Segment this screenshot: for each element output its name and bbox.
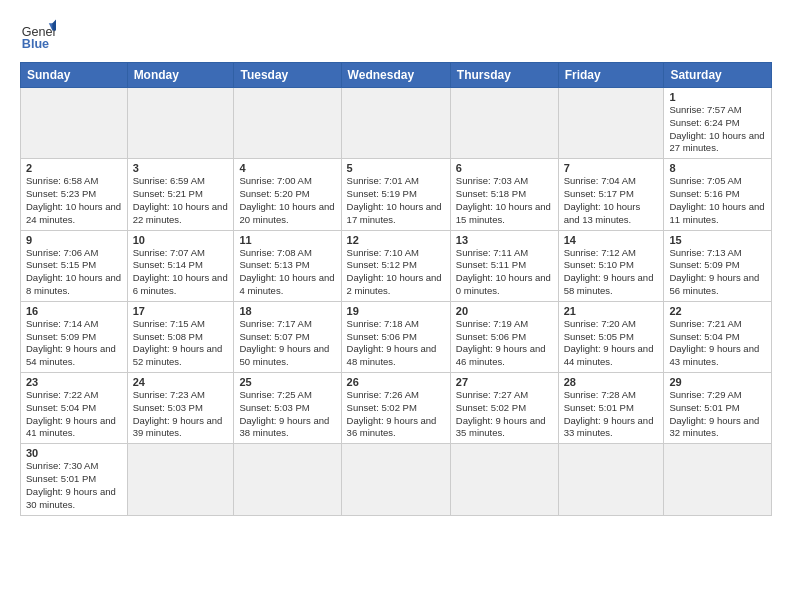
calendar-header-thursday: Thursday bbox=[450, 63, 558, 88]
calendar-cell: 25Sunrise: 7:25 AM Sunset: 5:03 PM Dayli… bbox=[234, 373, 341, 444]
day-number: 11 bbox=[239, 234, 335, 246]
day-info: Sunrise: 7:29 AM Sunset: 5:01 PM Dayligh… bbox=[669, 389, 766, 440]
day-info: Sunrise: 7:03 AM Sunset: 5:18 PM Dayligh… bbox=[456, 175, 553, 226]
calendar-cell: 9Sunrise: 7:06 AM Sunset: 5:15 PM Daylig… bbox=[21, 230, 128, 301]
day-number: 30 bbox=[26, 447, 122, 459]
header: General Blue bbox=[20, 16, 772, 52]
calendar-header-tuesday: Tuesday bbox=[234, 63, 341, 88]
calendar-header-wednesday: Wednesday bbox=[341, 63, 450, 88]
calendar-cell: 10Sunrise: 7:07 AM Sunset: 5:14 PM Dayli… bbox=[127, 230, 234, 301]
calendar-cell: 6Sunrise: 7:03 AM Sunset: 5:18 PM Daylig… bbox=[450, 159, 558, 230]
calendar-cell bbox=[558, 444, 664, 515]
calendar-cell bbox=[558, 88, 664, 159]
calendar-cell: 3Sunrise: 6:59 AM Sunset: 5:21 PM Daylig… bbox=[127, 159, 234, 230]
calendar-cell: 2Sunrise: 6:58 AM Sunset: 5:23 PM Daylig… bbox=[21, 159, 128, 230]
day-number: 22 bbox=[669, 305, 766, 317]
day-number: 19 bbox=[347, 305, 445, 317]
day-info: Sunrise: 7:06 AM Sunset: 5:15 PM Dayligh… bbox=[26, 247, 122, 298]
day-info: Sunrise: 7:04 AM Sunset: 5:17 PM Dayligh… bbox=[564, 175, 659, 226]
day-info: Sunrise: 7:11 AM Sunset: 5:11 PM Dayligh… bbox=[456, 247, 553, 298]
calendar-header-row: SundayMondayTuesdayWednesdayThursdayFrid… bbox=[21, 63, 772, 88]
calendar-cell: 16Sunrise: 7:14 AM Sunset: 5:09 PM Dayli… bbox=[21, 301, 128, 372]
day-number: 5 bbox=[347, 162, 445, 174]
calendar-week-2: 9Sunrise: 7:06 AM Sunset: 5:15 PM Daylig… bbox=[21, 230, 772, 301]
calendar-cell bbox=[234, 444, 341, 515]
calendar-week-0: 1Sunrise: 7:57 AM Sunset: 6:24 PM Daylig… bbox=[21, 88, 772, 159]
calendar-cell: 30Sunrise: 7:30 AM Sunset: 5:01 PM Dayli… bbox=[21, 444, 128, 515]
calendar-cell: 20Sunrise: 7:19 AM Sunset: 5:06 PM Dayli… bbox=[450, 301, 558, 372]
calendar-cell: 15Sunrise: 7:13 AM Sunset: 5:09 PM Dayli… bbox=[664, 230, 772, 301]
day-number: 9 bbox=[26, 234, 122, 246]
day-number: 13 bbox=[456, 234, 553, 246]
day-info: Sunrise: 7:23 AM Sunset: 5:03 PM Dayligh… bbox=[133, 389, 229, 440]
day-number: 15 bbox=[669, 234, 766, 246]
calendar-cell: 26Sunrise: 7:26 AM Sunset: 5:02 PM Dayli… bbox=[341, 373, 450, 444]
day-info: Sunrise: 7:26 AM Sunset: 5:02 PM Dayligh… bbox=[347, 389, 445, 440]
day-number: 1 bbox=[669, 91, 766, 103]
calendar-cell: 22Sunrise: 7:21 AM Sunset: 5:04 PM Dayli… bbox=[664, 301, 772, 372]
calendar-cell: 17Sunrise: 7:15 AM Sunset: 5:08 PM Dayli… bbox=[127, 301, 234, 372]
calendar-header-friday: Friday bbox=[558, 63, 664, 88]
day-number: 14 bbox=[564, 234, 659, 246]
day-number: 23 bbox=[26, 376, 122, 388]
day-info: Sunrise: 7:13 AM Sunset: 5:09 PM Dayligh… bbox=[669, 247, 766, 298]
day-number: 24 bbox=[133, 376, 229, 388]
calendar-cell bbox=[234, 88, 341, 159]
calendar-cell: 4Sunrise: 7:00 AM Sunset: 5:20 PM Daylig… bbox=[234, 159, 341, 230]
calendar-cell: 7Sunrise: 7:04 AM Sunset: 5:17 PM Daylig… bbox=[558, 159, 664, 230]
day-info: Sunrise: 7:00 AM Sunset: 5:20 PM Dayligh… bbox=[239, 175, 335, 226]
day-info: Sunrise: 7:15 AM Sunset: 5:08 PM Dayligh… bbox=[133, 318, 229, 369]
calendar-cell: 12Sunrise: 7:10 AM Sunset: 5:12 PM Dayli… bbox=[341, 230, 450, 301]
day-info: Sunrise: 7:28 AM Sunset: 5:01 PM Dayligh… bbox=[564, 389, 659, 440]
calendar-cell: 14Sunrise: 7:12 AM Sunset: 5:10 PM Dayli… bbox=[558, 230, 664, 301]
day-number: 18 bbox=[239, 305, 335, 317]
day-number: 12 bbox=[347, 234, 445, 246]
day-info: Sunrise: 6:58 AM Sunset: 5:23 PM Dayligh… bbox=[26, 175, 122, 226]
day-info: Sunrise: 7:27 AM Sunset: 5:02 PM Dayligh… bbox=[456, 389, 553, 440]
calendar: SundayMondayTuesdayWednesdayThursdayFrid… bbox=[20, 62, 772, 516]
day-number: 17 bbox=[133, 305, 229, 317]
calendar-week-5: 30Sunrise: 7:30 AM Sunset: 5:01 PM Dayli… bbox=[21, 444, 772, 515]
day-number: 6 bbox=[456, 162, 553, 174]
day-info: Sunrise: 7:30 AM Sunset: 5:01 PM Dayligh… bbox=[26, 460, 122, 511]
day-number: 8 bbox=[669, 162, 766, 174]
day-number: 7 bbox=[564, 162, 659, 174]
day-number: 4 bbox=[239, 162, 335, 174]
calendar-cell bbox=[664, 444, 772, 515]
calendar-header-monday: Monday bbox=[127, 63, 234, 88]
day-info: Sunrise: 7:05 AM Sunset: 5:16 PM Dayligh… bbox=[669, 175, 766, 226]
day-info: Sunrise: 7:22 AM Sunset: 5:04 PM Dayligh… bbox=[26, 389, 122, 440]
calendar-header-sunday: Sunday bbox=[21, 63, 128, 88]
day-info: Sunrise: 7:57 AM Sunset: 6:24 PM Dayligh… bbox=[669, 104, 766, 155]
day-info: Sunrise: 7:21 AM Sunset: 5:04 PM Dayligh… bbox=[669, 318, 766, 369]
calendar-cell: 28Sunrise: 7:28 AM Sunset: 5:01 PM Dayli… bbox=[558, 373, 664, 444]
day-info: Sunrise: 7:18 AM Sunset: 5:06 PM Dayligh… bbox=[347, 318, 445, 369]
calendar-cell: 13Sunrise: 7:11 AM Sunset: 5:11 PM Dayli… bbox=[450, 230, 558, 301]
day-number: 3 bbox=[133, 162, 229, 174]
day-info: Sunrise: 6:59 AM Sunset: 5:21 PM Dayligh… bbox=[133, 175, 229, 226]
day-number: 16 bbox=[26, 305, 122, 317]
day-info: Sunrise: 7:19 AM Sunset: 5:06 PM Dayligh… bbox=[456, 318, 553, 369]
day-number: 29 bbox=[669, 376, 766, 388]
calendar-week-1: 2Sunrise: 6:58 AM Sunset: 5:23 PM Daylig… bbox=[21, 159, 772, 230]
page: General Blue SundayMondayTuesdayWednesda… bbox=[0, 0, 792, 526]
calendar-cell: 5Sunrise: 7:01 AM Sunset: 5:19 PM Daylig… bbox=[341, 159, 450, 230]
day-number: 20 bbox=[456, 305, 553, 317]
day-number: 2 bbox=[26, 162, 122, 174]
day-number: 10 bbox=[133, 234, 229, 246]
day-number: 28 bbox=[564, 376, 659, 388]
day-info: Sunrise: 7:20 AM Sunset: 5:05 PM Dayligh… bbox=[564, 318, 659, 369]
day-info: Sunrise: 7:08 AM Sunset: 5:13 PM Dayligh… bbox=[239, 247, 335, 298]
svg-marker-3 bbox=[52, 20, 56, 31]
day-info: Sunrise: 7:17 AM Sunset: 5:07 PM Dayligh… bbox=[239, 318, 335, 369]
calendar-cell bbox=[450, 444, 558, 515]
calendar-cell: 1Sunrise: 7:57 AM Sunset: 6:24 PM Daylig… bbox=[664, 88, 772, 159]
calendar-cell: 21Sunrise: 7:20 AM Sunset: 5:05 PM Dayli… bbox=[558, 301, 664, 372]
day-info: Sunrise: 7:10 AM Sunset: 5:12 PM Dayligh… bbox=[347, 247, 445, 298]
day-info: Sunrise: 7:14 AM Sunset: 5:09 PM Dayligh… bbox=[26, 318, 122, 369]
calendar-cell: 29Sunrise: 7:29 AM Sunset: 5:01 PM Dayli… bbox=[664, 373, 772, 444]
calendar-cell: 23Sunrise: 7:22 AM Sunset: 5:04 PM Dayli… bbox=[21, 373, 128, 444]
logo: General Blue bbox=[20, 16, 56, 52]
calendar-cell bbox=[127, 88, 234, 159]
day-info: Sunrise: 7:01 AM Sunset: 5:19 PM Dayligh… bbox=[347, 175, 445, 226]
